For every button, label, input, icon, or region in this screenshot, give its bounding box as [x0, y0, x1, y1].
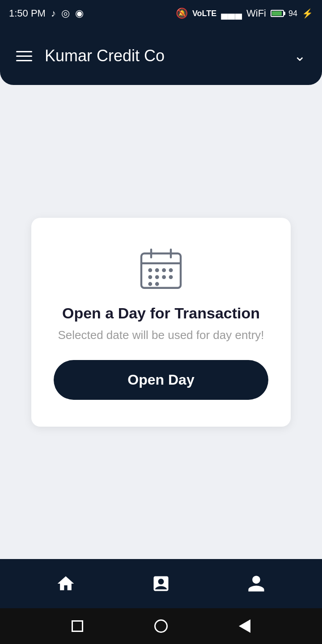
- calendar-icon: [136, 245, 186, 294]
- music-icon: ♪: [51, 8, 56, 19]
- profile-icon: [246, 574, 266, 593]
- svg-point-7: [169, 268, 173, 272]
- at-icon: ◎: [61, 8, 70, 19]
- status-bar: 1:50 PM ♪ ◎ ◉ 🔕 VoLTE ▄▄▄ WiFi 94 ⚡: [0, 0, 322, 27]
- svg-point-10: [162, 275, 166, 279]
- svg-point-8: [148, 275, 152, 279]
- battery-percent: 94: [288, 9, 297, 18]
- svg-point-5: [155, 268, 159, 272]
- hamburger-line-2: [16, 55, 32, 57]
- svg-point-9: [155, 275, 159, 279]
- app-title: Kumar Credit Co: [45, 47, 165, 65]
- open-day-card: Open a Day for Transaction Selected date…: [31, 218, 291, 427]
- nav-ledger[interactable]: [151, 574, 171, 593]
- nav-profile[interactable]: [246, 574, 266, 593]
- svg-point-4: [148, 268, 152, 272]
- time-display: 1:50 PM: [9, 8, 46, 19]
- svg-point-6: [162, 268, 166, 272]
- home-icon: [56, 574, 76, 593]
- bell-mute-icon: 🔕: [176, 8, 188, 19]
- svg-point-13: [155, 282, 159, 286]
- status-time-area: 1:50 PM ♪ ◎ ◉: [9, 8, 84, 19]
- wifi-icon: WiFi: [246, 8, 266, 19]
- hamburger-line-1: [16, 51, 32, 52]
- card-title: Open a Day for Transaction: [62, 305, 260, 322]
- chevron-down-icon[interactable]: ⌄: [294, 47, 306, 64]
- svg-rect-0: [141, 253, 181, 288]
- bottom-navigation: [0, 559, 322, 608]
- battery-icon: [271, 10, 284, 17]
- home-button[interactable]: [154, 619, 168, 633]
- card-subtitle: Selected date will be used for day entry…: [58, 328, 264, 342]
- nav-home[interactable]: [56, 574, 76, 593]
- open-day-button[interactable]: Open Day: [54, 360, 268, 400]
- ledger-icon: [151, 574, 171, 593]
- svg-point-11: [169, 275, 173, 279]
- svg-point-12: [148, 282, 152, 286]
- app-header: Kumar Credit Co ⌄: [0, 27, 322, 85]
- signal-icon: ▄▄▄: [221, 8, 242, 19]
- main-content: Open a Day for Transaction Selected date…: [0, 85, 322, 559]
- hamburger-line-3: [16, 60, 32, 61]
- charging-icon: ⚡: [302, 8, 313, 19]
- android-nav-bar: [0, 608, 322, 644]
- back-button[interactable]: [239, 619, 250, 633]
- volte-icon: VoLTE: [192, 9, 216, 18]
- circle-icon: ◉: [75, 8, 84, 19]
- hamburger-menu-icon[interactable]: [16, 51, 32, 61]
- recents-button[interactable]: [72, 620, 83, 632]
- header-left: Kumar Credit Co: [16, 47, 165, 65]
- status-icons-area: 🔕 VoLTE ▄▄▄ WiFi 94 ⚡: [176, 8, 313, 19]
